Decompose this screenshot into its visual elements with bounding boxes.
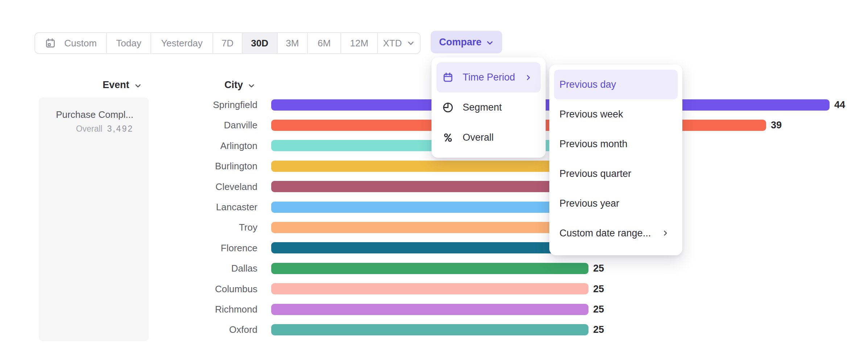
city-label: Burlington (138, 161, 257, 172)
date-range-label: Custom (64, 38, 97, 49)
event-panel[interactable]: Purchase Compl... Overall3,492 (39, 98, 149, 341)
date-range-button[interactable]: XTD (378, 33, 420, 53)
bar[interactable] (271, 263, 588, 274)
city-label: Dallas (138, 263, 257, 274)
date-range-button[interactable]: 30D (243, 33, 278, 53)
date-range-button[interactable]: 6M (308, 33, 341, 53)
city-label: Troy (138, 222, 257, 233)
date-range-button[interactable]: Today (107, 33, 151, 53)
menu-item-label: Time Period (463, 72, 525, 83)
time-period-option-label: Previous year (559, 198, 670, 209)
bar[interactable] (271, 324, 588, 335)
date-range-label: 30D (251, 38, 268, 49)
chevron-down-icon (486, 39, 494, 47)
compare-button[interactable]: Compare (431, 31, 502, 53)
city-label: Columbus (138, 283, 257, 294)
city-label: Arlington (138, 140, 257, 151)
date-range-label: 7D (222, 38, 233, 49)
city-label: Springfield (138, 99, 257, 111)
bar-value-label: 25 (593, 263, 604, 274)
time-period-option[interactable]: Previous quarter (554, 159, 678, 189)
event-header-label: Event (103, 79, 129, 91)
chevron-right-icon (662, 229, 669, 237)
date-range-button[interactable]: 7D (213, 33, 243, 53)
city-label: Danville (138, 120, 257, 131)
city-label: Lancaster (138, 202, 257, 213)
overall-label: Overall (76, 124, 103, 133)
city-label: Oxford (138, 324, 257, 335)
bar[interactable] (271, 304, 588, 315)
menu-item-icon (442, 102, 454, 113)
date-range-label: 12M (350, 38, 368, 49)
date-range-button[interactable]: Custom (35, 33, 107, 53)
compare-dropdown-menu: Time Period Segment Overall (431, 57, 546, 158)
time-period-option[interactable]: Custom date range... (554, 218, 678, 248)
bar-value-label: 25 (593, 283, 604, 294)
time-period-option-label: Previous month (559, 138, 670, 150)
time-period-option[interactable]: Previous day (554, 70, 678, 99)
bar-value-label: 25 (593, 324, 604, 335)
time-period-option-label: Previous week (559, 109, 670, 120)
compare-menu-item[interactable]: Overall (437, 123, 541, 153)
city-header-label: City (224, 79, 243, 91)
overall-value: 3,492 (107, 124, 133, 133)
bar[interactable] (271, 283, 588, 294)
city-label: Florence (138, 242, 257, 253)
date-range-button[interactable]: 3M (278, 33, 308, 53)
date-range-button[interactable]: 12M (341, 33, 378, 53)
date-range-toolbar: Custom Today Yesterday 7D 30D 3M 6M 12M … (34, 32, 421, 54)
menu-item-label: Overall (463, 132, 535, 143)
date-range-label: Today (116, 38, 141, 49)
compare-menu-item[interactable]: Time Period (437, 62, 541, 92)
menu-item-icon (442, 132, 454, 143)
bar-value-label: 39 (771, 120, 782, 131)
chevron-right-icon (525, 74, 532, 81)
event-name: Purchase Compl... (39, 108, 133, 121)
calendar-icon (45, 37, 56, 49)
city-label: Cleveland (138, 181, 257, 192)
compare-button-label: Compare (439, 37, 481, 48)
date-range-label: 6M (318, 38, 331, 49)
chevron-down-icon (134, 82, 142, 90)
time-period-option-label: Previous quarter (559, 168, 670, 179)
time-period-submenu: Previous day Previous week Previous mont… (549, 65, 682, 255)
menu-item-icon (442, 72, 454, 83)
date-range-label: Yesterday (161, 38, 203, 49)
menu-item-label: Segment (463, 102, 535, 113)
event-overall-row: Overall3,492 (39, 123, 133, 134)
time-period-option[interactable]: Previous week (554, 99, 678, 129)
chevron-down-icon (248, 82, 255, 90)
bar-value-label: 25 (593, 304, 604, 315)
event-column-header[interactable]: Event (103, 79, 142, 91)
city-label: Richmond (138, 304, 257, 315)
date-range-label: 3M (286, 38, 299, 49)
date-range-label: XTD (383, 38, 402, 49)
time-period-option[interactable]: Previous month (554, 129, 678, 159)
bar-value-label: 44 (834, 99, 845, 111)
time-period-option-label: Custom date range... (559, 228, 662, 239)
time-period-option-label: Previous day (559, 79, 670, 90)
compare-menu-item[interactable]: Segment (437, 92, 541, 123)
chevron-down-icon (407, 39, 415, 47)
date-range-button[interactable]: Yesterday (151, 33, 213, 53)
time-period-option[interactable]: Previous year (554, 189, 678, 218)
city-column-header[interactable]: City (224, 79, 255, 91)
insights-report-canvas: Springfield 44 Danville 39 Arlington Bur… (0, 0, 868, 364)
